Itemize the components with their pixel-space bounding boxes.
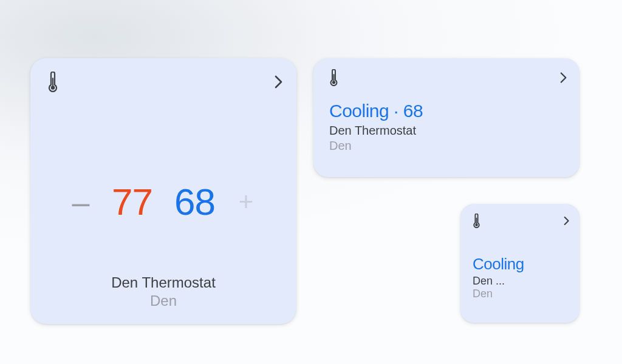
card-body: Cooling · 68 Den Thermostat Den — [329, 101, 564, 153]
heat-setpoint: 77 — [101, 183, 163, 221]
card-header — [313, 58, 579, 86]
chevron-right-icon[interactable] — [275, 75, 283, 89]
device-room: Den — [473, 288, 570, 300]
thermostat-card-small[interactable]: Cooling Den ... Den — [460, 204, 579, 323]
card-header — [460, 204, 579, 228]
thermostat-card-large[interactable]: – 77 68 + Den Thermostat Den — [30, 58, 296, 324]
widget-canvas: – 77 68 + Den Thermostat Den — [0, 0, 622, 364]
card-footer: Den Thermostat Den — [30, 274, 296, 309]
cool-setpoint: 68 — [163, 183, 226, 221]
thermostat-icon — [329, 69, 338, 86]
decrease-temp-button[interactable]: – — [63, 186, 98, 218]
device-name: Den Thermostat — [329, 124, 564, 138]
thermostat-card-medium[interactable]: Cooling · 68 Den Thermostat Den — [313, 58, 579, 177]
svg-point-0 — [51, 86, 55, 89]
thermostat-icon — [47, 72, 58, 92]
chevron-right-icon[interactable] — [560, 72, 567, 84]
thermostat-status: Cooling — [473, 255, 570, 274]
thermostat-icon — [473, 214, 480, 228]
device-name: Den ... — [473, 275, 570, 288]
chevron-right-icon[interactable] — [564, 216, 570, 226]
svg-point-2 — [332, 81, 335, 84]
temperature-controls: – 77 68 + — [30, 183, 296, 221]
device-room: Den — [30, 292, 296, 309]
card-header — [30, 58, 296, 92]
card-body: Cooling Den ... Den — [473, 255, 570, 300]
device-room: Den — [329, 139, 564, 153]
increase-temp-button[interactable]: + — [228, 189, 264, 215]
thermostat-status: Cooling · 68 — [329, 101, 564, 121]
device-name: Den Thermostat — [30, 274, 296, 291]
